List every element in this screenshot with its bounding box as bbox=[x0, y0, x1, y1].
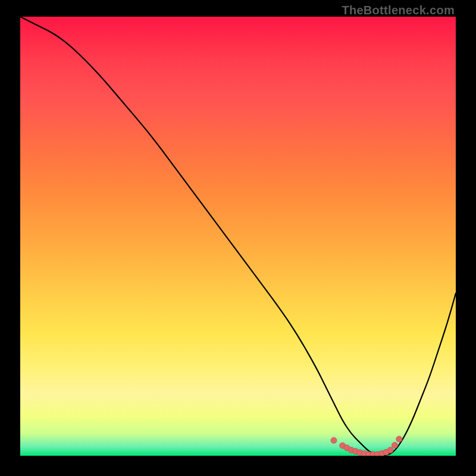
marker-point bbox=[387, 447, 393, 453]
marker-point bbox=[331, 437, 337, 443]
marker-point bbox=[344, 445, 350, 451]
marker-point bbox=[353, 449, 359, 455]
marker-point bbox=[383, 449, 389, 455]
bottleneck-curve bbox=[20, 17, 456, 456]
marker-point bbox=[357, 450, 363, 456]
marker-point bbox=[379, 450, 385, 456]
optimal-range-markers bbox=[20, 17, 456, 456]
marker-point bbox=[366, 452, 372, 456]
marker-point bbox=[392, 442, 398, 448]
marker-point bbox=[348, 447, 354, 453]
marker-point bbox=[374, 452, 380, 456]
marker-point bbox=[340, 443, 346, 449]
marker-point bbox=[396, 436, 402, 442]
plot-area bbox=[20, 17, 456, 456]
marker-point bbox=[361, 450, 367, 456]
watermark-text: TheBottleneck.com bbox=[342, 4, 455, 17]
marker-point bbox=[370, 452, 376, 456]
chart-container: TheBottleneck.com bbox=[0, 0, 476, 476]
